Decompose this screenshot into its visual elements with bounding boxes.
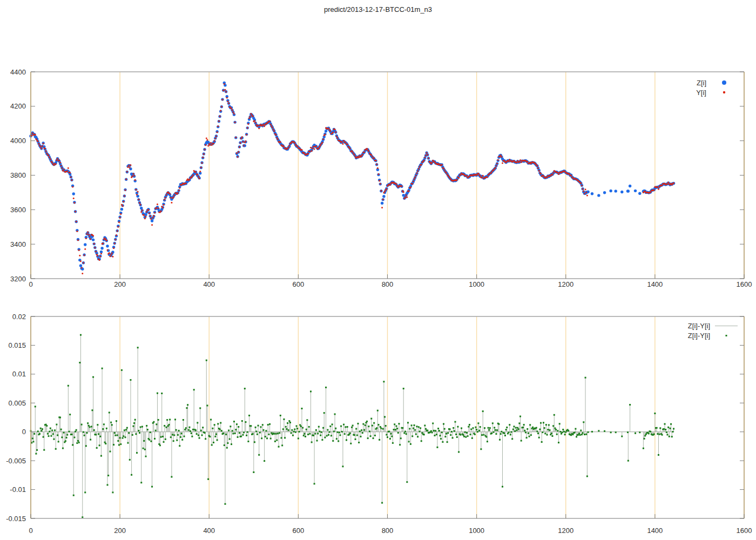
residual-point [444, 436, 446, 437]
residual-point [191, 436, 193, 437]
residual-point [202, 427, 204, 428]
residual-point [627, 431, 629, 433]
residual-point [319, 430, 321, 432]
residual-point [511, 431, 512, 433]
residual-point [99, 444, 100, 446]
y-point [410, 186, 411, 188]
residual-point [113, 444, 114, 446]
residual-point [131, 474, 132, 476]
y-point [209, 144, 211, 146]
y-point [358, 157, 360, 158]
y-point [40, 146, 42, 147]
residual-point [436, 434, 437, 435]
residual-point [122, 437, 124, 439]
residual-point [201, 434, 203, 436]
y-point [222, 99, 224, 100]
y-point [247, 123, 249, 125]
y-point [427, 154, 428, 156]
residual-point [644, 435, 646, 436]
residual-point [457, 426, 458, 428]
y-point [558, 173, 559, 175]
residual-point [215, 434, 217, 435]
z-point [120, 208, 123, 211]
residual-point [568, 430, 569, 431]
residual-point [509, 424, 510, 426]
residual-point [512, 429, 514, 430]
residual-point [258, 454, 260, 456]
y-tick-label: 0.015 [8, 341, 26, 349]
residual-point [657, 433, 658, 435]
y-point [480, 175, 481, 177]
residual-point [161, 393, 163, 394]
residual-point [174, 418, 176, 420]
y-point [82, 273, 83, 274]
residual-point [562, 431, 563, 433]
y-point [84, 248, 86, 250]
residual-point [377, 424, 379, 426]
residual-point [471, 437, 473, 439]
residual-point [117, 440, 119, 442]
residual-point [228, 430, 230, 431]
residual-point [339, 434, 341, 436]
z-point [84, 243, 86, 246]
residual-point [484, 427, 485, 429]
residual-point [306, 419, 308, 421]
y-point [271, 125, 272, 127]
residual-point [461, 427, 462, 429]
residual-point [230, 426, 231, 427]
residual-point [654, 413, 656, 414]
y-point [222, 90, 224, 91]
y-point [343, 140, 345, 141]
residual-point [644, 438, 645, 440]
y-tick-label: 4000 [10, 137, 26, 145]
z-point [382, 195, 385, 198]
x-gridlines [120, 72, 655, 279]
residual-point [491, 433, 492, 434]
y-point [366, 148, 368, 150]
residual-point [413, 428, 414, 429]
residual-point [178, 430, 180, 431]
residual-point [308, 426, 310, 428]
residual-point [542, 431, 543, 433]
residual-point [395, 429, 396, 430]
residual-point [138, 430, 139, 431]
y-point [145, 215, 147, 217]
y-point [79, 255, 80, 256]
residual-point [665, 429, 666, 430]
residual-point [137, 347, 139, 348]
residual-point [103, 423, 105, 425]
residual-point [462, 434, 464, 436]
residual-point [670, 423, 672, 425]
y-tick-label: 4200 [10, 102, 26, 110]
residual-point [35, 453, 37, 455]
y-point [118, 221, 120, 223]
residual-point [106, 428, 107, 429]
y-point [201, 162, 203, 164]
x-tick-label: 1200 [558, 280, 573, 288]
residual-point [160, 436, 162, 438]
residual-point [483, 434, 484, 436]
y-point [46, 152, 48, 154]
residual-point [43, 449, 45, 451]
residual-point [446, 433, 447, 435]
residual-point [158, 419, 159, 421]
residual-point [37, 430, 39, 432]
residual-point [387, 436, 388, 438]
residual-point [287, 422, 288, 424]
residual-point [299, 431, 300, 433]
residual-point [539, 429, 541, 430]
y-point [200, 167, 202, 168]
y-point [516, 161, 517, 163]
residual-point [121, 369, 123, 371]
residual-point [317, 433, 319, 434]
residual-point [58, 441, 59, 442]
residual-point [207, 478, 209, 480]
y-point [173, 194, 175, 196]
residual-point [374, 435, 376, 436]
y-point [78, 249, 80, 251]
y-tick-label: 0.005 [8, 399, 26, 407]
y-point [396, 185, 398, 187]
residual-point [184, 429, 186, 430]
y-point [102, 242, 104, 244]
residual-point [537, 433, 539, 434]
